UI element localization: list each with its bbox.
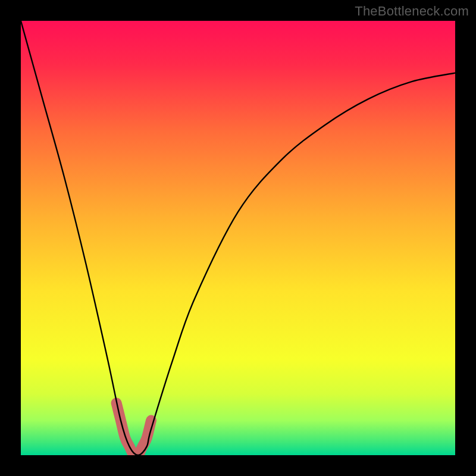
svg-rect-0 (21, 21, 455, 455)
plot-area (21, 21, 455, 455)
watermark-text: TheBottleneck.com (355, 4, 469, 19)
background-gradient (21, 21, 455, 455)
chart-frame: TheBottleneck.com (0, 0, 476, 476)
